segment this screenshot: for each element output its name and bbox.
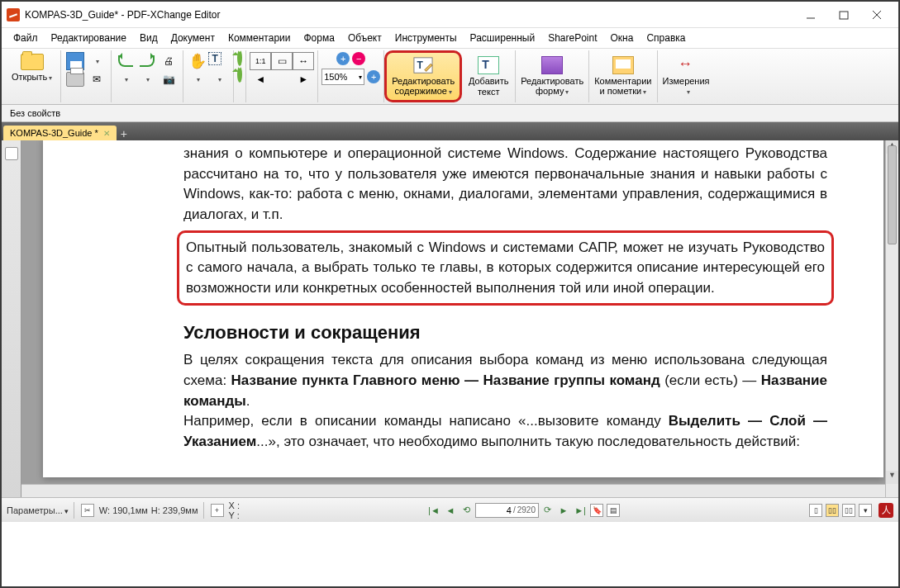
bookmark-icon[interactable]: 🔖 [590, 504, 603, 517]
add-text-icon [478, 56, 499, 74]
two-page-view[interactable]: ▯▯ [842, 504, 855, 517]
next-view[interactable]: ► [293, 70, 314, 88]
comments-button[interactable]: Комментариии пометки [589, 50, 656, 102]
doc-paragraph[interactable]: Опытный пользователь, знакомый с Windows… [186, 238, 825, 299]
highlighted-paragraph: Опытный пользователь, знакомый с Windows… [177, 230, 834, 306]
zoom-plus-icon: + [336, 52, 350, 65]
open-button[interactable]: Открыть [7, 52, 57, 84]
window-title: KOMPAS-3D_Guide* - PDF-XChange Editor [25, 9, 794, 21]
next-view-button[interactable]: ⟳ [540, 503, 555, 518]
maximize-button[interactable] [827, 2, 860, 27]
menu-bar: Файл Редактирование Вид Документ Коммент… [2, 28, 898, 49]
rotate-left-button[interactable] [237, 52, 242, 64]
doc-paragraph[interactable]: знания о компьютере и операционной систе… [183, 144, 827, 225]
email-button[interactable]: ✉ [86, 70, 107, 88]
layers-icon[interactable]: ▤ [607, 504, 620, 517]
scroll-down-icon[interactable]: ▼ [886, 471, 898, 484]
menu-view[interactable]: Вид [133, 30, 164, 46]
save-dropdown[interactable] [86, 52, 107, 70]
doc-paragraph[interactable]: В целях сокращения текста для описания в… [183, 350, 827, 411]
horizontal-scrollbar[interactable] [21, 484, 898, 497]
camera-button[interactable]: 📷 [158, 70, 179, 88]
document-tab[interactable]: KOMPAS-3D_Guide * ✕ [3, 126, 117, 140]
measure-label-2 [682, 86, 689, 96]
hand-drop[interactable] [187, 70, 208, 88]
edit-form-button[interactable]: Редактироватьформу [516, 50, 588, 102]
menu-advanced[interactable]: Расширенный [464, 30, 542, 46]
select-drop[interactable] [208, 70, 230, 88]
rotate-right-button[interactable] [237, 69, 242, 80]
undo-drop[interactable] [115, 70, 136, 88]
menu-tools[interactable]: Инструменты [388, 30, 464, 46]
zoom-out-button[interactable]: − [352, 52, 365, 65]
redo-button[interactable] [136, 52, 158, 70]
document-area: знания о компьютере и операционной систе… [2, 140, 898, 497]
next-page-button[interactable]: ► [556, 503, 571, 518]
close-button[interactable] [860, 2, 893, 27]
single-page-view[interactable]: ▯ [809, 504, 822, 517]
layout-drop[interactable]: ▾ [859, 504, 872, 517]
select-text-tool[interactable]: T [208, 52, 221, 65]
menu-file[interactable]: Файл [7, 30, 45, 46]
fit-actual[interactable]: 1:1 [250, 52, 271, 70]
adobe-icon[interactable]: 人 [879, 503, 893, 518]
prev-view[interactable]: ◄ [250, 70, 271, 88]
edit-content-label-2: содержимое [394, 86, 451, 96]
page-number-input[interactable]: /2920 [475, 503, 539, 518]
hand-tool[interactable]: ✋ [187, 52, 208, 70]
page-view[interactable]: знания о компьютере и операционной систе… [43, 140, 883, 477]
last-page-button[interactable]: ►| [573, 503, 588, 518]
fit-page[interactable]: ▭ [271, 52, 293, 70]
menu-sharepoint[interactable]: SharePoint [541, 30, 603, 46]
height-label: H: [151, 505, 160, 515]
menu-comments[interactable]: Комментарии [221, 30, 298, 46]
scan-button[interactable]: 🖨 [158, 52, 179, 70]
edit-form-label-2: форму [536, 86, 569, 96]
menu-edit[interactable]: Редактирование [45, 30, 133, 46]
print-button[interactable] [64, 70, 86, 88]
continuous-view[interactable]: ▯▯ [826, 504, 839, 517]
prev-view-button[interactable]: ⟲ [460, 503, 474, 518]
zoom-marquee[interactable]: + [367, 70, 380, 83]
measure-label-1: Измерения [663, 76, 710, 86]
zoom-input[interactable]: ▾ [321, 69, 364, 85]
page-current-field[interactable] [479, 505, 512, 515]
menu-help[interactable]: Справка [640, 30, 692, 46]
menu-windows[interactable]: Окна [604, 30, 640, 46]
menu-object[interactable]: Объект [341, 30, 388, 46]
menu-document[interactable]: Документ [164, 30, 221, 46]
first-page-button[interactable]: |◄ [426, 503, 441, 518]
side-panel [2, 140, 21, 497]
vertical-scrollbar[interactable]: ▲ ▼ [885, 140, 898, 497]
edit-content-icon: T [412, 56, 435, 74]
zoom-minus-icon: − [352, 52, 365, 65]
side-expand-icon[interactable] [5, 147, 18, 160]
doc-heading[interactable]: Условности и сокращения [183, 322, 827, 344]
title-bar: KOMPAS-3D_Guide* - PDF-XChange Editor [2, 2, 898, 28]
width-label: W: [99, 505, 110, 515]
prev-page-button[interactable]: ◄ [443, 503, 458, 518]
crosshair-icon[interactable]: + [211, 504, 224, 517]
undo-button[interactable] [115, 52, 136, 70]
edit-content-button[interactable]: T Редактироватьсодержимое [384, 50, 462, 102]
crop-icon[interactable]: ✂ [81, 504, 94, 517]
tab-close-icon[interactable]: ✕ [103, 129, 110, 138]
undo-icon [118, 55, 133, 67]
menu-form[interactable]: Форма [297, 30, 340, 46]
zoom-value-field[interactable] [324, 72, 359, 82]
doc-paragraph[interactable]: Например, если в описании команды написа… [183, 411, 827, 452]
scroll-thumb[interactable] [888, 145, 897, 244]
measure-icon [675, 56, 697, 74]
fit-width[interactable]: ↔ [293, 52, 314, 70]
minimize-button[interactable] [794, 2, 827, 27]
measure-button[interactable]: Измерения [658, 50, 715, 102]
properties-bar: Без свойств [2, 105, 898, 122]
toolbar-ribbon: Открыть ✉ 🖨 📷 ✋ T [2, 49, 898, 105]
params-button[interactable]: Параметры... [7, 505, 69, 515]
zoom-in-button[interactable]: + [336, 52, 350, 65]
new-tab-button[interactable]: + [117, 127, 131, 140]
document-tabs: KOMPAS-3D_Guide * ✕ + [2, 122, 898, 140]
status-bar: Параметры... ✂ W: 190,1мм H: 239,9мм + X… [2, 497, 898, 522]
redo-drop[interactable] [136, 70, 158, 88]
add-text-button[interactable]: Добавитьтекст [462, 50, 515, 102]
